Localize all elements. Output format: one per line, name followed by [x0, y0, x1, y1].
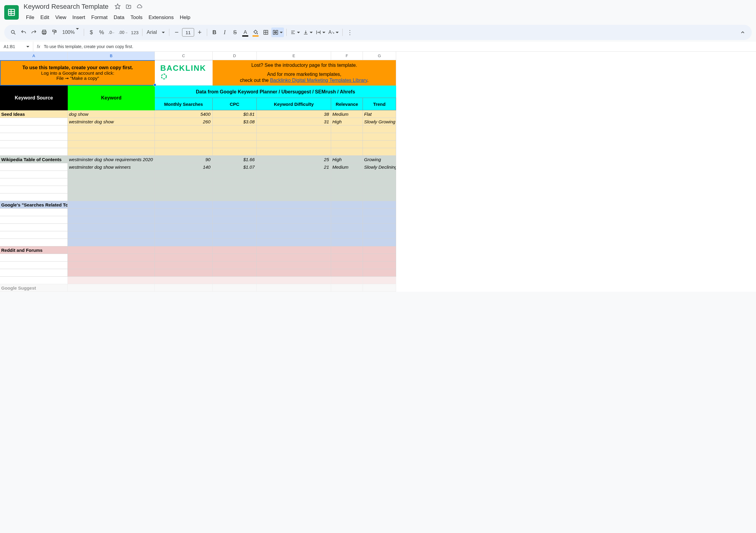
cell[interactable] — [331, 216, 363, 224]
cell[interactable] — [257, 269, 331, 277]
backlinko-logo-cell[interactable]: BACKLINK — [155, 60, 213, 86]
undo-icon[interactable] — [19, 28, 28, 37]
source-wikipedia[interactable]: Wikipedia Table of Contents — [0, 156, 68, 163]
cell[interactable] — [257, 133, 331, 141]
source-related[interactable]: Google's "Searches Related To" — [0, 201, 68, 209]
cell[interactable] — [257, 246, 331, 254]
column-header-c[interactable]: C — [155, 52, 213, 60]
cell[interactable] — [68, 254, 155, 261]
cell[interactable] — [213, 171, 257, 178]
cell[interactable] — [155, 209, 213, 216]
cell[interactable] — [213, 186, 257, 194]
cell[interactable]: $3.08 — [213, 118, 257, 125]
cell[interactable] — [0, 171, 68, 178]
cell[interactable] — [363, 186, 396, 194]
vertical-align-icon[interactable] — [302, 28, 314, 37]
cell[interactable] — [363, 277, 396, 284]
cell[interactable] — [0, 277, 68, 284]
menu-insert[interactable]: Insert — [69, 13, 88, 22]
increase-font-size-button[interactable]: + — [195, 28, 204, 37]
cell[interactable] — [0, 163, 68, 171]
source-seed-ideas[interactable]: Seed Ideas — [0, 110, 68, 118]
cell[interactable] — [331, 141, 363, 148]
cell[interactable] — [257, 194, 331, 201]
cell[interactable] — [257, 277, 331, 284]
cell[interactable] — [0, 194, 68, 201]
cell[interactable]: Medium — [331, 110, 363, 118]
text-rotation-icon[interactable]: A↘ — [327, 28, 340, 37]
header-trend[interactable]: Trend — [363, 98, 396, 110]
name-box[interactable]: A1:B1 — [0, 42, 33, 51]
cell[interactable] — [155, 148, 213, 156]
text-color-icon[interactable]: A — [240, 28, 250, 37]
more-formats-button[interactable]: 123 — [130, 28, 140, 37]
decrease-decimal-icon[interactable]: .0← — [107, 28, 117, 37]
cell[interactable] — [155, 284, 213, 292]
cell[interactable] — [0, 261, 68, 269]
cell[interactable] — [213, 194, 257, 201]
cell[interactable] — [155, 269, 213, 277]
collapse-toolbar-icon[interactable] — [738, 28, 747, 37]
cell[interactable] — [155, 239, 213, 246]
cell[interactable] — [331, 246, 363, 254]
header-relevance[interactable]: Relevance — [331, 98, 363, 110]
cell[interactable] — [257, 209, 331, 216]
cell[interactable]: Medium — [331, 163, 363, 171]
cell[interactable] — [363, 178, 396, 186]
cell[interactable] — [68, 201, 155, 209]
cell[interactable] — [68, 224, 155, 231]
cell[interactable] — [363, 171, 396, 178]
cell[interactable] — [331, 201, 363, 209]
cell[interactable] — [68, 178, 155, 186]
cell[interactable]: dog show — [68, 110, 155, 118]
cell[interactable] — [68, 277, 155, 284]
templates-library-link[interactable]: Backlinko Digital Marketing Templates Li… — [270, 78, 367, 83]
cell[interactable] — [68, 261, 155, 269]
document-title[interactable]: Keyword Research Template — [22, 2, 110, 12]
more-toolbar-icon[interactable]: ⋮ — [345, 28, 355, 37]
percent-icon[interactable]: % — [97, 28, 106, 37]
cloud-status-icon[interactable] — [136, 3, 143, 10]
cell[interactable]: $0.81 — [213, 110, 257, 118]
cell[interactable] — [363, 246, 396, 254]
paint-format-icon[interactable] — [50, 28, 59, 37]
cell[interactable] — [0, 186, 68, 194]
currency-icon[interactable]: $ — [87, 28, 96, 37]
info-banner[interactable]: Lost? See the introductory page for this… — [213, 60, 396, 86]
cell[interactable] — [155, 201, 213, 209]
cell[interactable]: 38 — [257, 110, 331, 118]
merge-cells-icon[interactable] — [271, 28, 284, 37]
decrease-font-size-button[interactable]: − — [172, 28, 181, 37]
cell[interactable]: 140 — [155, 163, 213, 171]
text-wrap-icon[interactable] — [314, 28, 327, 37]
cell[interactable] — [68, 148, 155, 156]
cell[interactable] — [68, 216, 155, 224]
cell[interactable] — [257, 216, 331, 224]
source-reddit[interactable]: Reddit and Forums — [0, 246, 68, 254]
increase-decimal-icon[interactable]: .00→ — [117, 28, 129, 37]
cell[interactable]: High — [331, 156, 363, 163]
cell[interactable] — [363, 254, 396, 261]
cell[interactable] — [0, 148, 68, 156]
cell[interactable] — [257, 148, 331, 156]
cell[interactable] — [213, 141, 257, 148]
cell[interactable] — [213, 269, 257, 277]
horizontal-align-icon[interactable] — [289, 28, 301, 37]
column-header-a[interactable]: A — [0, 52, 68, 60]
cell[interactable] — [213, 224, 257, 231]
cell[interactable] — [213, 148, 257, 156]
cell[interactable] — [0, 118, 68, 125]
cell[interactable] — [363, 269, 396, 277]
font-family-dropdown[interactable]: Arial — [145, 28, 167, 37]
cell[interactable] — [331, 239, 363, 246]
cell[interactable] — [331, 231, 363, 239]
bold-icon[interactable]: B — [209, 28, 219, 37]
cell[interactable] — [68, 239, 155, 246]
cell[interactable] — [0, 239, 68, 246]
cell[interactable] — [155, 125, 213, 133]
menu-edit[interactable]: Edit — [37, 13, 52, 22]
cell[interactable] — [155, 171, 213, 178]
cell[interactable] — [155, 178, 213, 186]
cell[interactable] — [0, 216, 68, 224]
cell[interactable] — [0, 224, 68, 231]
